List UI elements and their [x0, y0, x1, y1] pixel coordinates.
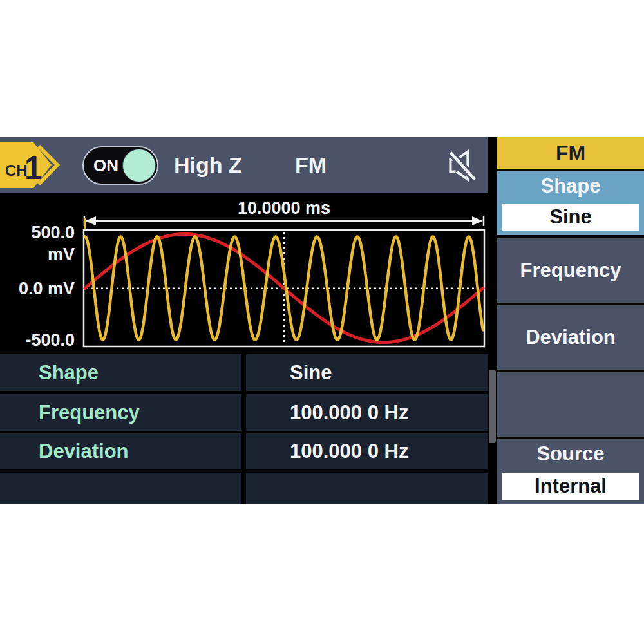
- param-label-frequency: Frequency: [0, 394, 242, 431]
- param-value-frequency: 100.000 0 Hz: [246, 394, 488, 431]
- arrowhead-right-icon: [472, 216, 483, 225]
- channel-badge: CH 1: [0, 140, 72, 190]
- param-value-deviation: 100.000 0 Hz: [246, 433, 488, 469]
- softkey-shape-label: Shape: [497, 171, 644, 201]
- softkey-deviation-label: Deviation: [497, 305, 644, 370]
- arrowhead-left-icon: [85, 216, 96, 225]
- main-display: CH 1 ON High Z FM 10.0000 ms 500.0 mV 0.…: [0, 137, 488, 504]
- channel-number: 1: [24, 150, 43, 186]
- header-bar: CH 1 ON High Z FM: [0, 137, 488, 193]
- impedance-label: High Z: [174, 137, 242, 193]
- menu-title-fm: FM: [497, 137, 644, 169]
- param-label-shape: Shape: [0, 354, 242, 391]
- softkey-menu: FM Shape Sine Frequency Deviation Source…: [497, 137, 644, 504]
- softkey-source-label: Source: [497, 439, 644, 469]
- scroll-strip: [488, 137, 497, 504]
- axis-label-zero: 0.0 mV: [0, 278, 79, 299]
- param-value-shape: Sine: [246, 354, 488, 391]
- softkey-source-value: Internal: [502, 473, 639, 500]
- scrollbar-thumb[interactable]: [489, 370, 496, 443]
- axis-label-max: 500.0 mV: [0, 222, 79, 243]
- waveform-plot: [81, 215, 488, 354]
- speaker-muted-icon: [444, 148, 479, 183]
- softkey-deviation[interactable]: Deviation: [497, 305, 644, 370]
- softkey-source[interactable]: Source Internal: [497, 439, 644, 504]
- output-toggle[interactable]: ON: [82, 146, 158, 185]
- softkey-frequency-label: Frequency: [497, 238, 644, 303]
- function-generator-screen: CH 1 ON High Z FM 10.0000 ms 500.0 mV 0.…: [0, 137, 644, 504]
- axis-label-min: -500.0 mV: [0, 329, 79, 351]
- softkey-shape-value: Sine: [502, 204, 639, 231]
- softkey-frequency[interactable]: Frequency: [497, 238, 644, 303]
- output-toggle-label: ON: [93, 147, 118, 184]
- softkey-shape[interactable]: Shape Sine: [497, 171, 644, 235]
- softkey-blank[interactable]: [497, 372, 644, 437]
- param-value-empty: [246, 473, 488, 504]
- toggle-knob[interactable]: [122, 149, 156, 182]
- param-label-deviation: Deviation: [0, 433, 242, 469]
- modulation-mode-label: FM: [295, 137, 327, 193]
- param-label-empty: [0, 473, 242, 504]
